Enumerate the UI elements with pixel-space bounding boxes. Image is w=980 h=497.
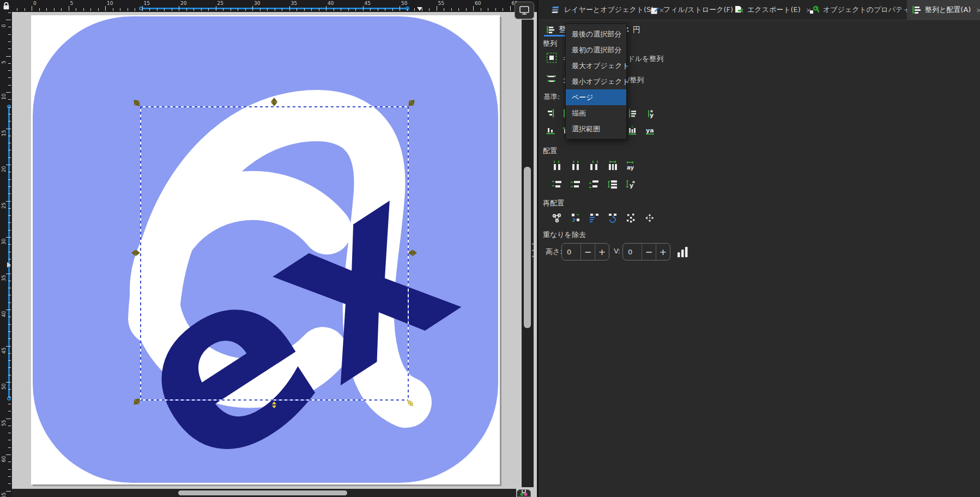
ruler-tick [466, 8, 467, 11]
graph-layout-button[interactable] [551, 211, 564, 225]
distribute-right-edges-button[interactable] [588, 159, 601, 172]
vertical-ruler[interactable]: 05101520253035404550556065 [0, 12, 12, 497]
ruler-tick [8, 172, 11, 172]
dropdown-item-5[interactable]: 描画 [566, 105, 626, 121]
color-profile-icon [518, 489, 530, 497]
letters-ex-object[interactable]: ex [82, 120, 498, 484]
v-ruler-number: 45 [1, 347, 7, 353]
ruler-tick [503, 8, 503, 11]
exchange-z-order-button[interactable] [588, 211, 601, 225]
plus-button[interactable]: + [595, 244, 609, 260]
color-managed-view-button[interactable] [517, 489, 531, 497]
min-v-gap-value[interactable]: 0 [623, 244, 642, 260]
distribute-left-edges-button[interactable] [551, 159, 564, 172]
unclump-button[interactable] [643, 211, 656, 225]
remove-overlaps-button[interactable] [675, 244, 691, 259]
scale-handle-left[interactable] [129, 246, 143, 260]
canvas-area[interactable]: ex [0, 0, 537, 497]
dropdown-item-6[interactable]: 選択範囲 [566, 121, 626, 137]
distribute-centers-v-button[interactable] [569, 178, 582, 191]
scale-handle-top[interactable] [267, 95, 281, 109]
dropdown-item-1[interactable]: 最初の選択部分 [566, 42, 626, 58]
distribute-top-edges-button[interactable] [551, 178, 564, 191]
ruler-tick [8, 367, 11, 368]
distribute-centers-h-button[interactable] [569, 159, 582, 172]
ruler-corner[interactable] [0, 0, 12, 12]
ruler-tick [76, 8, 76, 11]
scale-handle-right[interactable] [406, 246, 420, 260]
min-h-gap-spinner[interactable]: 0 − + [561, 243, 609, 260]
align-bottom-to-anchor-button[interactable] [544, 124, 557, 137]
ruler-tick [113, 8, 113, 11]
exchange-selection-order-button[interactable] [569, 211, 582, 225]
svg-text:ya: ya [646, 127, 654, 134]
ruler-tick [8, 266, 11, 266]
dropdown-item-2[interactable]: 最大オブジェクト [566, 58, 626, 74]
dropdown-item-3[interactable]: 最小オブジェクト [566, 74, 626, 89]
text-distribute-v-button[interactable]: ay [625, 178, 638, 191]
display-mode-button[interactable] [515, 2, 534, 19]
min-h-gap-value[interactable]: 0 [562, 244, 580, 260]
ruler-tick [238, 8, 238, 11]
align-text-baseline-button[interactable] [626, 124, 639, 137]
svg-text:y: y [630, 182, 633, 189]
h-ruler-number: 55 [438, 1, 444, 6]
ruler-tick [370, 8, 371, 11]
min-v-gap-label: V: [614, 247, 620, 255]
tab-align-distribute[interactable]: 整列と配置(A) × [907, 0, 980, 20]
h-ruler-number: 0 [33, 1, 37, 6]
on-canvas-align-toggle[interactable] [545, 51, 558, 64]
relative-to-dropdown-menu: 最後の選択部分最初の選択部分最大オブジェクト最小オブジェクトページ描画選択範囲 [565, 23, 627, 140]
randomize-positions-button[interactable] [625, 211, 638, 225]
align-right-to-anchor-button[interactable] [544, 107, 557, 120]
ruler-tick [334, 8, 334, 11]
align-tab-icon [546, 26, 555, 34]
text-anchor-horizontal-button[interactable]: ay [644, 107, 657, 120]
ruler-tick [157, 8, 158, 11]
scale-handle-bottom[interactable] [267, 398, 281, 412]
dropdown-item-4[interactable]: ページ [566, 89, 626, 105]
ruler-tick [216, 6, 216, 11]
exchange-clockwise-button[interactable] [606, 211, 619, 225]
text-distribute-h-button[interactable]: ay [625, 159, 638, 172]
move-as-group-toggle[interactable] [545, 72, 558, 86]
ruler-tick [437, 6, 437, 11]
distribute-equal-gaps-v-button[interactable] [606, 178, 619, 191]
layers-icon [551, 5, 560, 14]
ruler-tick [8, 404, 11, 404]
ruler-tick [311, 8, 312, 11]
plus-button[interactable]: + [656, 244, 670, 260]
horizontal-ruler[interactable]: 05101520253035404550556065 [12, 0, 537, 12]
object-properties-icon [809, 5, 819, 15]
distribute-equal-gaps-h-button[interactable] [606, 159, 619, 172]
tab-export[interactable]: エクスポート(E) × [729, 0, 816, 20]
splitter-grip[interactable] [532, 243, 534, 257]
close-icon[interactable]: × [976, 6, 980, 14]
minus-button[interactable]: − [580, 244, 595, 260]
minus-button[interactable]: − [642, 244, 656, 260]
horizontal-scrollbar[interactable] [12, 489, 516, 497]
ruler-tick [422, 8, 422, 11]
ruler-tick [8, 27, 11, 27]
ruler-tick [8, 107, 11, 107]
ruler-tick [8, 462, 11, 462]
export-icon [734, 5, 743, 15]
min-v-gap-spinner[interactable]: 0 − + [622, 243, 670, 260]
text-anchor-vertical-button[interactable]: ya [644, 124, 657, 137]
ruler-tick [8, 302, 11, 303]
ruler-tick [378, 8, 378, 11]
artwork-layer[interactable]: ex [31, 15, 500, 484]
vertical-scrollbar-thumb[interactable] [524, 167, 531, 328]
align-text-left-button[interactable] [626, 107, 639, 120]
ruler-tick [473, 6, 474, 11]
ruler-tick [46, 8, 47, 11]
distribute-bottom-edges-button[interactable] [588, 178, 601, 191]
ruler-tick [8, 77, 11, 78]
horizontal-scrollbar-thumb[interactable] [178, 490, 347, 495]
ruler-tick [83, 8, 84, 11]
ruler-tick [8, 85, 11, 86]
ruler-tick [451, 8, 452, 11]
document-page[interactable]: ex [31, 15, 500, 484]
ruler-tick [32, 6, 32, 11]
dropdown-item-0[interactable]: 最後の選択部分 [566, 26, 626, 42]
